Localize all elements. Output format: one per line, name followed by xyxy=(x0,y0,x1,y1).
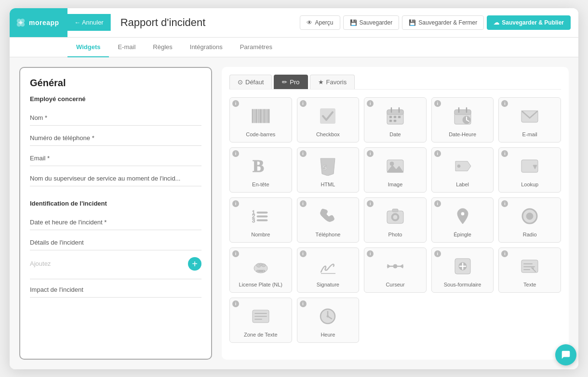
html-icon: 5 xyxy=(316,155,339,178)
logo-text: moreapp xyxy=(29,19,59,26)
sauvegarder-fermer-button[interactable]: 💾 Sauvegarder & Fermer xyxy=(402,15,484,30)
photo-icon xyxy=(384,205,407,228)
svg-rect-8 xyxy=(258,109,259,123)
widget-license-plate[interactable]: i License Plate (NL) xyxy=(229,247,292,293)
svg-rect-5 xyxy=(252,109,254,123)
tab-email[interactable]: E-mail xyxy=(109,38,144,57)
svg-text:3: 3 xyxy=(252,218,255,223)
info-icon: i xyxy=(434,200,441,207)
widget-checkbox[interactable]: i Checkbox xyxy=(297,97,360,143)
widget-heure[interactable]: i Heure xyxy=(297,298,360,343)
apercu-button[interactable]: 👁 Aperçu xyxy=(300,15,340,30)
upload-icon: ☁ xyxy=(494,19,499,26)
info-icon: i xyxy=(232,150,239,157)
sauvegarder-publier-button[interactable]: ☁ Sauvegarder & Publier xyxy=(487,15,571,30)
widget-label-label: Label xyxy=(456,182,469,187)
tab-defaut[interactable]: ⊙ Défaut xyxy=(229,75,272,89)
sauvegarder-button[interactable]: 💾 Sauvegarder xyxy=(343,15,400,30)
info-icon: i xyxy=(367,250,374,257)
svg-rect-20 xyxy=(394,116,396,118)
add-row: Ajoutez + xyxy=(30,252,201,275)
epingle-icon xyxy=(451,205,474,228)
add-button[interactable]: + xyxy=(188,257,201,271)
svg-point-53 xyxy=(526,213,533,220)
widget-telephone-label: Téléphone xyxy=(315,232,340,237)
widget-lookup[interactable]: i Lookup xyxy=(498,147,561,193)
header: moreapp ← Annuler Rapport d'incident 👁 A… xyxy=(10,8,578,38)
widget-code-barres[interactable]: i Code-barres xyxy=(229,97,292,143)
widget-radio[interactable]: i Radio xyxy=(498,197,561,243)
widget-radio-label: Radio xyxy=(523,232,537,237)
license-plate-icon xyxy=(249,255,272,278)
widget-date[interactable]: i Date xyxy=(364,97,427,143)
info-icon: i xyxy=(501,200,508,207)
svg-rect-6 xyxy=(254,109,255,123)
svg-point-59 xyxy=(257,270,258,272)
widget-label[interactable]: i Label xyxy=(431,147,494,193)
heure-icon xyxy=(316,305,339,328)
tabs-bar: Widgets E-mail Règles Intégrations Param… xyxy=(10,38,578,57)
widget-checkbox-label: Checkbox xyxy=(316,131,340,137)
field-email[interactable]: Email * xyxy=(30,148,201,166)
field-telephone[interactable]: Numéro de téléphone * xyxy=(30,128,201,146)
tab-widgets[interactable]: Widgets xyxy=(67,38,109,57)
widget-date-heure[interactable]: i Date-Heure xyxy=(431,97,494,143)
widget-signature[interactable]: i Signature xyxy=(297,247,360,293)
svg-rect-22 xyxy=(389,120,392,122)
widget-image[interactable]: i Image xyxy=(364,147,427,193)
widget-license-plate-label: License Plate (NL) xyxy=(239,282,283,287)
field-date-heure[interactable]: Date et heure de l'incident * xyxy=(30,212,201,230)
annuler-button[interactable]: ← Annuler xyxy=(67,14,111,31)
info-icon: i xyxy=(367,100,374,107)
widget-en-tete[interactable]: i B En-tête xyxy=(229,147,292,193)
defaut-icon: ⊙ xyxy=(238,78,243,86)
page-title: Rapport d'incident xyxy=(120,16,206,28)
widget-zone-texte[interactable]: i Zone de Texte xyxy=(229,298,292,343)
widget-nombre[interactable]: i 1 2 3 Nombre xyxy=(229,197,292,243)
chat-icon xyxy=(561,350,571,360)
field-details[interactable]: Détails de l'incident xyxy=(30,232,201,250)
tab-parametres[interactable]: Paramètres xyxy=(231,38,281,57)
svg-rect-23 xyxy=(394,120,396,122)
widget-signature-label: Signature xyxy=(317,282,339,287)
widget-telephone[interactable]: i Téléphone xyxy=(297,197,360,243)
info-icon: i xyxy=(232,100,239,107)
widget-en-tete-label: En-tête xyxy=(252,182,269,187)
svg-text:5: 5 xyxy=(323,164,327,171)
tab-regles[interactable]: Règles xyxy=(144,38,181,57)
widget-image-label: Image xyxy=(388,182,403,187)
info-icon: i xyxy=(232,200,239,207)
chat-fab-button[interactable] xyxy=(555,344,576,365)
widget-epingle[interactable]: i Épingle xyxy=(431,197,494,243)
svg-point-38 xyxy=(457,165,460,168)
preview-panel: Général Employé concerné Nom * Numéro de… xyxy=(19,67,212,360)
widget-heure-label: Heure xyxy=(321,332,335,338)
label-icon xyxy=(451,155,474,178)
field-nom[interactable]: Nom * xyxy=(30,107,201,126)
telephone-icon xyxy=(316,205,339,228)
widget-texte[interactable]: i Texte xyxy=(498,247,561,293)
info-icon: i xyxy=(434,150,441,157)
widget-curseur[interactable]: i Curseur xyxy=(364,247,427,293)
svg-text:B: B xyxy=(253,156,264,176)
info-icon: i xyxy=(300,150,307,157)
widget-email[interactable]: i E-mail xyxy=(498,97,561,143)
svg-rect-46 xyxy=(257,220,267,221)
tab-pro[interactable]: ✏ Pro xyxy=(274,75,307,89)
svg-rect-7 xyxy=(256,109,257,123)
widget-photo[interactable]: i Photo xyxy=(364,197,427,243)
tab-favoris[interactable]: ★ Favoris xyxy=(310,75,355,89)
widget-curseur-label: Curseur xyxy=(386,282,404,287)
widget-date-heure-label: Date-Heure xyxy=(449,131,476,137)
tab-integrations[interactable]: Intégrations xyxy=(181,38,231,57)
info-icon: i xyxy=(501,250,508,257)
widget-html[interactable]: i 5 HTML xyxy=(297,147,360,193)
subsection-title-incident: Identification de l'incident xyxy=(30,200,201,207)
field-impact[interactable]: Impact de l'incident xyxy=(30,279,201,298)
widget-epingle-label: Épingle xyxy=(454,232,471,237)
widget-nombre-label: Nombre xyxy=(251,232,270,237)
widget-sous-formulaire[interactable]: i Sous-formulaire xyxy=(431,247,494,293)
svg-marker-64 xyxy=(400,264,403,268)
field-superviseur[interactable]: Nom du superviseur de service au moment … xyxy=(30,168,201,186)
nombre-icon: 1 2 3 xyxy=(249,205,272,228)
